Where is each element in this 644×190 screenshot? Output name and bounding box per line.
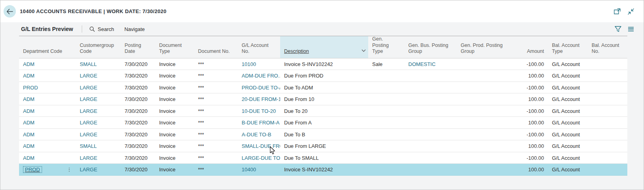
cell-link[interactable]: ADM: [23, 108, 35, 114]
cell-gen_posting_type[interactable]: [368, 81, 404, 93]
cell-description[interactable]: Due To ADM: [280, 81, 368, 93]
cell-amount[interactable]: -100.00: [508, 81, 548, 93]
cell-gl_account_no[interactable]: LARGE-DUE TO-...: [238, 152, 280, 164]
cell-link[interactable]: 10100: [242, 61, 256, 67]
cell-bal_account_type[interactable]: G/L Account: [548, 128, 588, 140]
open-in-new-window-icon[interactable]: [614, 8, 621, 14]
cell-link[interactable]: LARGE: [80, 108, 97, 114]
cell-posting_date[interactable]: 7/30/2020: [121, 140, 155, 152]
cell-posting_date[interactable]: 7/30/2020: [121, 164, 155, 176]
cell-description[interactable]: Due To B: [280, 128, 368, 140]
cell-link[interactable]: B-DUE FROM-A: [242, 120, 279, 126]
search-button[interactable]: Search: [89, 26, 114, 32]
cell-gen_posting_type[interactable]: Sale: [368, 58, 404, 70]
cell-document_no[interactable]: ***: [194, 117, 238, 129]
cell-gen_prod_posting_group[interactable]: [457, 152, 508, 164]
table-row[interactable]: ADMLARGE7/30/2020Invoice***B-DUE FROM-AD…: [19, 117, 627, 129]
list-view-icon[interactable]: [628, 27, 634, 32]
table-row[interactable]: ADMSMALL7/30/2020Invoice***10100Invoice …: [19, 58, 627, 70]
cell-link[interactable]: A-DUE TO-B: [242, 132, 271, 138]
column-header-description[interactable]: Description: [280, 36, 368, 58]
cell-bal_account_type[interactable]: G/L Account: [548, 58, 588, 70]
cell-department_code[interactable]: PROD⋮: [19, 164, 76, 176]
cell-bal_account_type[interactable]: G/L Account: [548, 81, 588, 93]
table-row[interactable]: ADMLARGE7/30/2020Invoice***10-DUE TO-20D…: [19, 105, 627, 117]
cell-gen_bus_posting_group[interactable]: [404, 152, 457, 164]
cell-amount[interactable]: 100.00: [508, 164, 548, 176]
cell-document_no[interactable]: ***: [194, 70, 238, 82]
cell-document_type[interactable]: Invoice: [155, 128, 194, 140]
cell-document_no[interactable]: ***: [194, 140, 238, 152]
cell-bal_account_type[interactable]: G/L Account: [548, 152, 588, 164]
cell-link[interactable]: ADM: [23, 61, 35, 67]
cell-gen_bus_posting_group[interactable]: [404, 93, 457, 105]
cell-link[interactable]: LARGE: [80, 96, 97, 102]
cell-gl_account_no[interactable]: 20-DUE FROM-10: [238, 93, 280, 105]
cell-gl_account_no[interactable]: PROD-DUE TO-A...: [238, 81, 280, 93]
cell-link[interactable]: LARGE-DUE TO-...: [242, 155, 280, 161]
cell-link[interactable]: ADM: [23, 143, 35, 149]
cell-posting_date[interactable]: 7/30/2020: [121, 152, 155, 164]
cell-description[interactable]: Due From LARGE: [280, 140, 368, 152]
column-header-posting_date[interactable]: Posting Date: [121, 36, 155, 58]
cell-bal_account_no[interactable]: [588, 70, 627, 82]
cell-gen_prod_posting_group[interactable]: [457, 70, 508, 82]
cell-gen_posting_type[interactable]: [368, 105, 404, 117]
cell-gen_bus_posting_group[interactable]: [404, 128, 457, 140]
table-row[interactable]: ADMSMALL7/30/2020Invoice***SMALL-DUE FRO…: [19, 140, 627, 152]
cell-gen_posting_type[interactable]: [368, 140, 404, 152]
table-row[interactable]: PRODLARGE7/30/2020Invoice***PROD-DUE TO-…: [19, 81, 627, 93]
cell-posting_date[interactable]: 7/30/2020: [121, 128, 155, 140]
cell-gen_prod_posting_group[interactable]: [457, 58, 508, 70]
cell-customergroup_code[interactable]: LARGE: [76, 152, 121, 164]
table-row[interactable]: ADMLARGE7/30/2020Invoice***LARGE-DUE TO-…: [19, 152, 627, 164]
cell-gl_account_no[interactable]: 10100: [238, 58, 280, 70]
cell-gl_account_no[interactable]: A-DUE TO-B: [238, 128, 280, 140]
cell-department_code[interactable]: ADM: [19, 93, 76, 105]
navigate-button[interactable]: Navigate: [124, 26, 144, 32]
cell-bal_account_type[interactable]: G/L Account: [548, 93, 588, 105]
cell-bal_account_no[interactable]: [588, 105, 627, 117]
collapse-window-icon[interactable]: [628, 8, 634, 15]
cell-customergroup_code[interactable]: LARGE: [76, 81, 121, 93]
cell-link[interactable]: SMALL: [80, 61, 97, 67]
cell-link[interactable]: 10400: [242, 167, 256, 173]
cell-description[interactable]: Due To 20: [280, 105, 368, 117]
cell-link[interactable]: DOMESTIC: [408, 61, 436, 67]
cell-gen_prod_posting_group[interactable]: [457, 81, 508, 93]
column-header-bal_account_type[interactable]: Bal. Account Type: [548, 36, 588, 58]
cell-link[interactable]: 20-DUE FROM-10: [242, 96, 280, 102]
cell-gen_bus_posting_group[interactable]: [404, 70, 457, 82]
cell-bal_account_no[interactable]: [588, 117, 627, 129]
cell-bal_account_type[interactable]: G/L Account: [548, 140, 588, 152]
cell-document_no[interactable]: ***: [194, 152, 238, 164]
cell-customergroup_code[interactable]: SMALL: [76, 58, 121, 70]
cell-description[interactable]: Invoice S-INV102242: [280, 58, 368, 70]
cell-gen_bus_posting_group[interactable]: [404, 164, 457, 176]
row-menu-ellipsis-icon[interactable]: ⋮: [67, 167, 72, 173]
filter-icon[interactable]: [615, 26, 621, 32]
cell-posting_date[interactable]: 7/30/2020: [121, 58, 155, 70]
cell-document_type[interactable]: Invoice: [155, 152, 194, 164]
cell-document_no[interactable]: ***: [194, 81, 238, 93]
cell-document_type[interactable]: Invoice: [155, 140, 194, 152]
cell-posting_date[interactable]: 7/30/2020: [121, 93, 155, 105]
cell-link[interactable]: SMALL: [80, 143, 97, 149]
cell-link[interactable]: ADM: [23, 73, 35, 79]
cell-amount[interactable]: 100.00: [508, 93, 548, 105]
cell-description[interactable]: Due From 10: [280, 93, 368, 105]
cell-department_code[interactable]: PROD: [19, 81, 76, 93]
cell-link[interactable]: LARGE: [80, 85, 97, 91]
column-header-gen_bus_posting_group[interactable]: Gen. Bus. Posting Group: [404, 36, 457, 58]
cell-customergroup_code[interactable]: SMALL: [76, 140, 121, 152]
cell-gen_bus_posting_group[interactable]: [404, 105, 457, 117]
back-button[interactable]: [4, 5, 16, 17]
cell-link[interactable]: PROD: [25, 167, 40, 173]
cell-link[interactable]: ADM: [23, 155, 35, 161]
cell-department_code[interactable]: ADM: [19, 152, 76, 164]
cell-gl_account_no[interactable]: SMALL-DUE FRO...: [238, 140, 280, 152]
cell-link[interactable]: 10-DUE TO-20: [242, 108, 276, 114]
column-header-document_no[interactable]: Document No.: [194, 36, 238, 58]
column-header-gl_account_no[interactable]: G/L Account No.: [238, 36, 280, 58]
cell-department_code[interactable]: ADM: [19, 58, 76, 70]
